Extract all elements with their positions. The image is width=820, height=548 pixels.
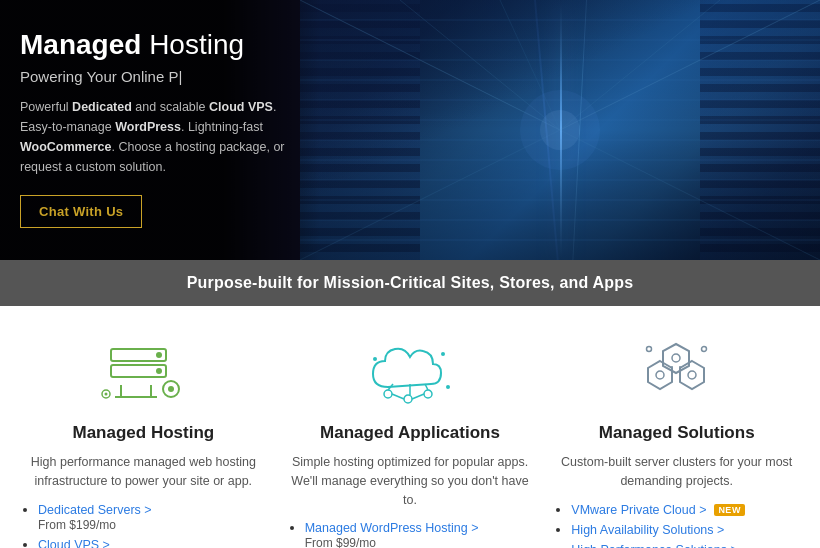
managed-solutions-icon [632, 336, 722, 411]
svg-point-41 [441, 352, 445, 356]
cloud-vps-link[interactable]: Cloud VPS > [38, 538, 110, 549]
svg-point-31 [104, 392, 107, 395]
svg-line-15 [560, 0, 820, 130]
banner-section: Purpose-built for Mission-Critical Sites… [0, 260, 820, 306]
managed-hosting-links: Dedicated Servers > From $199/mo Cloud V… [20, 501, 267, 549]
hero-content: Managed Hosting Powering Your Online P| … [0, 0, 320, 260]
high-performance-link[interactable]: High Performance Solutions > [571, 543, 737, 549]
banner-text: Purpose-built for Mission-Critical Sites… [187, 274, 634, 291]
service-managed-applications: Managed Applications Simple hosting opti… [287, 336, 534, 548]
svg-point-40 [373, 357, 377, 361]
hero-subtitle: Powering Your Online P| [20, 68, 300, 85]
managed-solutions-desc: Custom-built server clusters for your mo… [553, 453, 800, 491]
service-managed-solutions: Managed Solutions Custom-built server cl… [553, 336, 800, 548]
svg-point-23 [156, 352, 162, 358]
managed-hosting-desc: High performance managed web hosting inf… [20, 453, 267, 491]
managed-solutions-title: Managed Solutions [599, 423, 755, 443]
list-item: High Performance Solutions > [571, 541, 800, 549]
hero-description: Powerful Dedicated and scalable Cloud VP… [20, 97, 300, 177]
svg-point-48 [656, 371, 664, 379]
dedicated-servers-link[interactable]: Dedicated Servers > [38, 503, 152, 517]
wordpress-hosting-link[interactable]: Managed WordPress Hosting > [305, 521, 479, 535]
list-item: Cloud VPS > From $59/mo [38, 536, 267, 549]
svg-point-46 [672, 354, 680, 362]
vmware-cloud-link[interactable]: VMware Private Cloud > [571, 503, 706, 517]
services-section: Managed Hosting High performance managed… [0, 306, 820, 548]
chat-with-us-button[interactable]: Chat With Us [20, 195, 142, 228]
svg-line-18 [560, 130, 820, 260]
svg-point-51 [702, 346, 707, 351]
svg-point-42 [446, 385, 450, 389]
svg-line-36 [412, 394, 424, 399]
managed-applications-desc: Simple hosting optimized for popular app… [287, 453, 534, 509]
svg-point-34 [424, 390, 432, 398]
svg-line-12 [300, 0, 560, 130]
new-badge: NEW [714, 504, 745, 516]
svg-point-33 [404, 395, 412, 403]
dedicated-servers-price: From $199/mo [38, 518, 267, 532]
svg-point-20 [540, 110, 580, 150]
svg-marker-43 [663, 344, 689, 373]
svg-line-35 [392, 394, 404, 399]
hero-background [300, 0, 820, 260]
svg-point-32 [384, 390, 392, 398]
managed-applications-title: Managed Applications [320, 423, 500, 443]
svg-marker-45 [648, 361, 672, 389]
list-item: Dedicated Servers > From $199/mo [38, 501, 267, 532]
managed-applications-icon [365, 336, 455, 411]
hero-section: Managed Hosting Powering Your Online P| … [0, 0, 820, 260]
list-item: High Availability Solutions > [571, 521, 800, 537]
list-item: Managed WordPress Hosting > From $99/mo [305, 519, 534, 548]
managed-hosting-icon [98, 336, 188, 411]
svg-point-47 [688, 371, 696, 379]
managed-solutions-links: VMware Private Cloud > NEW High Availabi… [553, 501, 800, 549]
managed-applications-links: Managed WordPress Hosting > From $99/mo … [287, 519, 534, 548]
wordpress-hosting-price: From $99/mo [305, 536, 534, 548]
hero-title: Managed Hosting [20, 28, 300, 62]
svg-line-17 [300, 130, 560, 260]
list-item: VMware Private Cloud > NEW [571, 501, 800, 517]
service-managed-hosting: Managed Hosting High performance managed… [20, 336, 267, 548]
svg-marker-44 [680, 361, 704, 389]
svg-point-24 [156, 368, 162, 374]
high-availability-link[interactable]: High Availability Solutions > [571, 523, 724, 537]
managed-hosting-title: Managed Hosting [73, 423, 215, 443]
svg-point-29 [168, 386, 174, 392]
svg-point-52 [647, 346, 652, 351]
